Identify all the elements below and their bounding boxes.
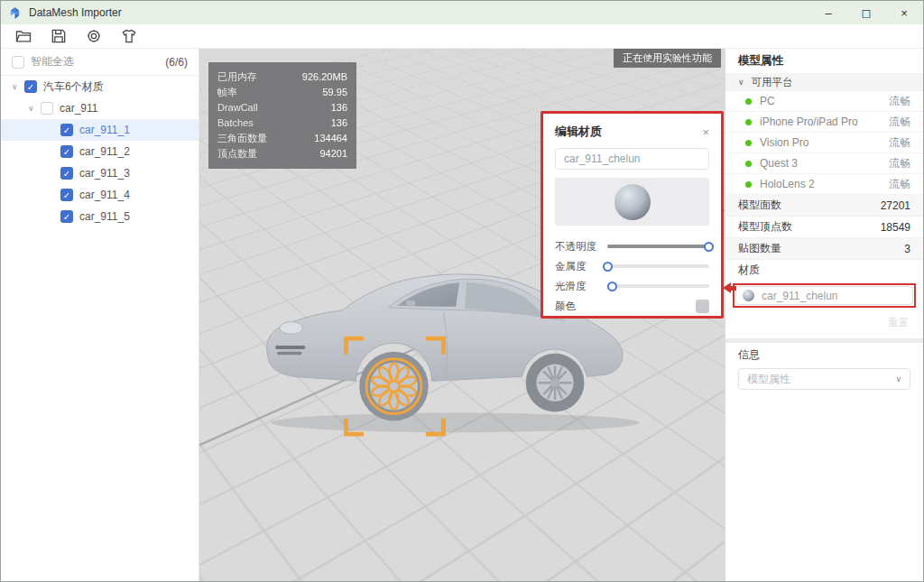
platform-name: PC — [760, 95, 775, 107]
reset-button[interactable]: 重置 — [888, 316, 909, 329]
model-vertices-row: 模型顶点数 18549 — [725, 217, 923, 238]
info-dropdown-value: 模型属性 — [747, 372, 790, 387]
tree-item-label: car_911 — [60, 102, 97, 115]
slider-handle[interactable] — [603, 262, 613, 272]
material-item-name: car_911_chelun — [762, 290, 838, 302]
car-rear-wheel[interactable] — [526, 354, 585, 412]
status-dot-green — [745, 119, 752, 125]
platform-row-hololens2: HoloLens 2 流畅 — [725, 174, 923, 195]
dialog-title: 编辑材质 — [555, 124, 602, 140]
minimize-button[interactable]: – — [809, 1, 847, 24]
chevron-down-icon: ∨ — [738, 78, 744, 87]
color-swatch[interactable] — [696, 300, 709, 313]
tree-item-car911-5[interactable]: car_911_5 — [1, 206, 199, 227]
color-label: 颜色 — [555, 300, 607, 313]
tree-item-label: car_911_1 — [79, 124, 130, 136]
car-shadow — [271, 413, 639, 433]
platform-status: 流畅 — [889, 177, 910, 192]
tree-item-label: car_911_3 — [79, 167, 130, 180]
checkbox-checked-icon[interactable] — [60, 124, 73, 136]
metallic-slider-row: 金属度 — [555, 256, 709, 276]
platform-name: HoloLens 2 — [760, 178, 815, 190]
close-button[interactable]: × — [885, 1, 923, 24]
opacity-slider[interactable] — [607, 245, 709, 248]
arrow-head-left-icon — [723, 282, 731, 293]
open-folder-icon[interactable] — [14, 27, 32, 46]
opacity-slider-row: 不透明度 — [555, 236, 709, 256]
settings-gear-icon[interactable] — [84, 27, 103, 46]
tree-item-car911-4[interactable]: car_911_4 — [1, 184, 199, 206]
select-all-checkbox[interactable] — [12, 56, 24, 69]
material-sphere-preview — [614, 184, 651, 220]
tree-item-car911-3[interactable]: car_911_3 — [1, 162, 199, 184]
app-logo-icon — [8, 6, 22, 20]
app-window: DataMesh Importer – ◻ × 智能全选 (6/6) — [0, 0, 924, 582]
car-front-wheel-selected[interactable] — [359, 352, 429, 421]
platform-row-iphone: iPhone Pro/iPad Pro 流畅 — [725, 112, 923, 133]
tree-item-car911[interactable]: ∨ car_911 — [1, 97, 199, 119]
metallic-label: 金属度 — [555, 260, 607, 273]
stat-label: 已用内存 — [217, 69, 257, 85]
stat-value: 94201 — [319, 146, 347, 162]
save-icon[interactable] — [49, 27, 68, 46]
checkbox-checked-icon[interactable] — [60, 210, 73, 223]
platform-status: 流畅 — [889, 115, 910, 130]
info-dropdown[interactable]: 模型属性 ∨ — [738, 368, 910, 390]
material-name-input[interactable] — [555, 148, 709, 170]
slider-handle[interactable] — [704, 242, 714, 252]
color-row: 颜色 — [555, 296, 709, 316]
status-dot-green — [745, 140, 752, 146]
checkbox-checked-icon[interactable] — [60, 145, 73, 158]
chevron-down-icon[interactable]: ∨ — [12, 82, 24, 91]
titlebar: DataMesh Importer – ◻ × — [1, 1, 923, 24]
smoothness-slider-row: 光滑度 — [555, 276, 709, 296]
stat-value: 27201 — [881, 199, 910, 212]
performance-stats-overlay: 已用内存926.20MB 帧率59.95 DrawCall136 Batches… — [208, 62, 356, 169]
tree-item-group[interactable]: ∨ 汽车6个材质 — [1, 76, 199, 97]
edit-material-dialog: 编辑材质 × 不透明度 金属度 — [541, 111, 724, 319]
metallic-slider[interactable] — [607, 264, 709, 268]
stat-label: Batches — [217, 115, 254, 131]
material-item-annotation: car_911_chelun — [733, 283, 916, 308]
reset-row: 重置 — [725, 313, 923, 331]
annotation-arrow — [723, 282, 736, 293]
smoothness-label: 光滑度 — [555, 280, 607, 293]
chevron-down-icon: ∨ — [895, 374, 901, 383]
maximize-button[interactable]: ◻ — [847, 1, 885, 24]
material-section-header: 材质 — [725, 260, 923, 280]
checkbox-checked-icon[interactable] — [60, 189, 73, 201]
window-title: DataMesh Importer — [29, 6, 122, 19]
slider-handle[interactable] — [607, 282, 617, 291]
tree-item-label: car_911_2 — [79, 145, 130, 158]
select-all-row[interactable]: 智能全选 (6/6) — [1, 49, 199, 76]
platform-row-visionpro: Vision Pro 流畅 — [725, 133, 923, 153]
checkbox-unchecked-icon[interactable] — [41, 102, 53, 115]
platform-name: iPhone Pro/iPad Pro — [760, 115, 858, 128]
tree-item-car911-2[interactable]: car_911_2 — [1, 141, 199, 162]
checkbox-checked-icon[interactable] — [24, 80, 37, 93]
car-headlight — [280, 322, 303, 335]
tree-item-car911-1[interactable]: car_911_1 — [1, 119, 199, 141]
stat-value: 18549 — [881, 221, 910, 234]
dialog-close-icon[interactable]: × — [702, 125, 709, 139]
stat-label: 帧率 — [217, 85, 237, 100]
tree-item-label: 汽车6个材质 — [43, 79, 104, 95]
experimental-feature-badge: 正在使用实验性功能 — [614, 49, 721, 68]
texture-count-row: 贴图数量 3 — [725, 238, 923, 260]
material-list-item[interactable]: car_911_chelun — [735, 286, 913, 305]
stat-label: 三角面数量 — [217, 131, 267, 146]
checkbox-checked-icon[interactable] — [60, 167, 73, 180]
material-thumbnail-sphere — [743, 290, 754, 301]
selection-count: (6/6) — [165, 56, 188, 69]
platforms-section-header[interactable]: ∨ 可用平台 — [725, 73, 923, 91]
stat-label: 模型面数 — [738, 198, 781, 213]
smoothness-slider[interactable] — [607, 284, 709, 288]
material-shirt-icon[interactable] — [119, 27, 138, 46]
platform-row-pc: PC 流畅 — [725, 91, 923, 112]
platform-status: 流畅 — [889, 94, 910, 109]
chevron-down-icon[interactable]: ∨ — [28, 104, 41, 113]
platform-name: Vision Pro — [760, 136, 808, 149]
stat-value: 136 — [331, 115, 347, 131]
tree-item-label: car_911_5 — [79, 210, 130, 223]
info-section-header: 信息 — [725, 343, 923, 366]
